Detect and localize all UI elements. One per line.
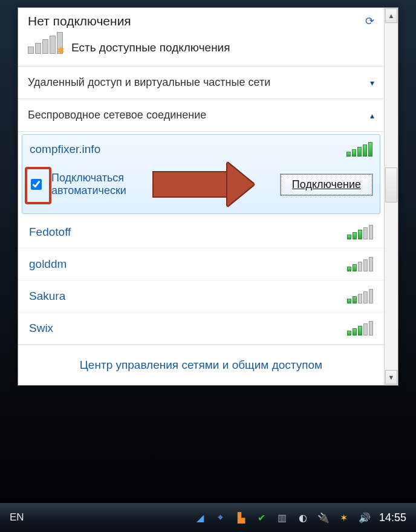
scrollbar[interactable]: ▲ ▼ [384, 8, 398, 385]
vpn-section-label: Удаленный доступ и виртуальные частные с… [28, 76, 270, 89]
network-flyout: Нет подключения ⟳ ✶ Есть доступные подкл… [18, 7, 398, 386]
available-connections-label: Есть доступные подключения [71, 41, 230, 54]
language-indicator[interactable]: EN [10, 511, 24, 524]
network-center-link[interactable]: Центр управления сетями и общим доступом [80, 358, 322, 371]
signal-icon [347, 321, 373, 336]
scroll-thumb[interactable] [385, 167, 397, 203]
network-item[interactable]: Sakura [18, 281, 384, 313]
scroll-down-button[interactable]: ▼ [385, 370, 397, 384]
flyout-footer: Центр управления сетями и общим доступом [18, 345, 384, 385]
shield-icon[interactable]: ✔ [256, 511, 268, 524]
connect-button[interactable]: Подключение [281, 174, 372, 195]
signal-icon [346, 142, 372, 157]
app-icon[interactable]: ▙ [235, 511, 247, 524]
flyout-header: Нет подключения ⟳ ✶ Есть доступные подкл… [18, 8, 384, 66]
drive-icon[interactable]: ◢ [194, 511, 206, 524]
wifi-section-header[interactable]: Беспроводное сетевое соединение ▴ [18, 99, 384, 132]
network-name: Sakura [29, 290, 65, 303]
signal-icon [347, 257, 373, 271]
clock[interactable]: 14:55 [379, 511, 406, 524]
volume-icon[interactable]: 🔊 [359, 511, 371, 524]
chevron-down-icon: ▾ [370, 78, 374, 88]
network-item-selected[interactable]: compfixer.info Подключаться автоматическ… [22, 134, 380, 214]
auto-connect-label-2: автоматически [51, 184, 126, 196]
bluetooth-icon[interactable]: ⌖ [215, 511, 227, 524]
connection-status-title: Нет подключения [28, 14, 131, 28]
network-list: compfixer.info Подключаться автоматическ… [18, 132, 384, 345]
taskbar: EN ◢ ⌖ ▙ ✔ ▥ ◐ 🔌 ✶ 🔊 14:55 [0, 502, 416, 532]
network-name: Swix [29, 322, 53, 335]
refresh-icon[interactable]: ⟳ [365, 15, 374, 28]
system-tray: ◢ ⌖ ▙ ✔ ▥ ◐ 🔌 ✶ 🔊 14:55 [194, 511, 406, 524]
power-icon[interactable]: 🔌 [317, 511, 330, 524]
device-icon[interactable]: ▥ [276, 511, 288, 524]
signal-icon [347, 289, 373, 303]
wifi-section-label: Беспроводное сетевое соединение [28, 109, 206, 122]
network-name: golddm [29, 258, 67, 271]
signal-icon [347, 225, 373, 239]
auto-connect-input[interactable] [31, 179, 42, 190]
network-name: compfixer.info [30, 143, 100, 156]
network-item[interactable]: Fedotoff [18, 216, 384, 248]
signal-available-icon: ✶ [28, 39, 63, 56]
scroll-track[interactable] [385, 24, 398, 369]
network-item[interactable]: golddm [18, 248, 384, 281]
auto-connect-label-1: Подключаться [51, 172, 124, 184]
annotation-arrow-icon [152, 163, 254, 206]
network-name: Fedotoff [29, 225, 71, 239]
network-item[interactable]: Swix [18, 313, 384, 345]
globe-icon[interactable]: ◐ [297, 511, 309, 524]
chevron-up-icon: ▴ [370, 111, 374, 120]
scroll-up-button[interactable]: ▲ [385, 8, 397, 23]
vpn-section-header[interactable]: Удаленный доступ и виртуальные частные с… [18, 66, 384, 99]
connect-automatically-checkbox[interactable]: Подключаться автоматически [30, 172, 126, 197]
network-tray-icon[interactable]: ✶ [338, 511, 350, 524]
